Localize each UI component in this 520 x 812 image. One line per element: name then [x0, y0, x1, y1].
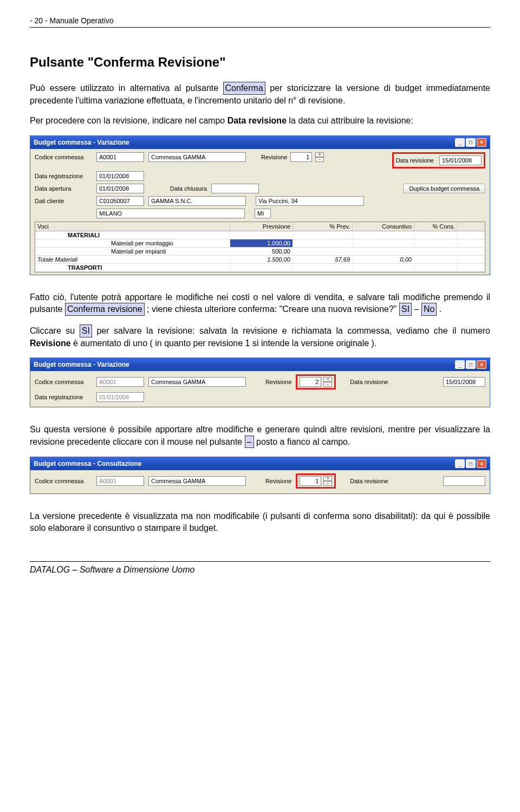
cell-prev: 1.500,00 [230, 256, 293, 263]
label-codice: Codice commessa [35, 478, 92, 484]
cell-voci-total: Totale Materiali [35, 256, 230, 263]
field-revisione[interactable]: 1 [300, 476, 321, 486]
window-title: Budget commessa - Variazione [34, 361, 129, 368]
spin-down-icon[interactable]: - [323, 382, 332, 387]
table-row[interactable]: TRASPORTI [35, 264, 485, 272]
screenshot-2-window: Budget commessa - Variazione _ □ × Codic… [30, 358, 490, 407]
table-row[interactable]: MATERIALI [35, 231, 485, 239]
si-highlight: SI [399, 303, 412, 316]
cell-prev: 500,00 [230, 248, 293, 255]
minimize-icon[interactable]: _ [455, 360, 465, 369]
cell-voci: TRASPORTI [35, 264, 230, 271]
data-revisione-bold: Data revisione [227, 116, 287, 125]
cell-prev-selected[interactable]: 1.000,00 [230, 239, 293, 247]
label-revisione: Revisione [265, 478, 291, 484]
text: Cliccare su [30, 326, 80, 335]
spin-buttons[interactable]: + - [323, 476, 332, 486]
field-cliprov[interactable]: MI [255, 209, 271, 218]
text: la data cui attribuire la revisione: [287, 116, 413, 125]
field-cliname[interactable]: GAMMA S.N.C. [148, 196, 246, 206]
spin-buttons[interactable]: + - [323, 377, 332, 387]
page-footer: DATALOG – Software a Dimensione Uomo [30, 565, 490, 575]
label-codice: Codice commessa [35, 379, 92, 385]
field-commessa-name[interactable]: Commessa GAMMA [148, 152, 246, 162]
close-icon[interactable]: × [477, 138, 486, 147]
budget-grid: Voci Previsione % Prev. Consuntivo % Con… [35, 222, 485, 272]
spin-down-icon[interactable]: - [315, 157, 324, 162]
label-datarev: Data revisione [396, 157, 434, 164]
text: – [412, 304, 421, 314]
si-highlight-2: SI [80, 324, 92, 337]
maximize-icon[interactable]: □ [466, 459, 476, 468]
window-controls: _ □ × [455, 459, 486, 468]
titlebar: Budget commessa - Variazione _ □ × [30, 358, 490, 371]
highlight-data-revisione: Data revisione 15/01/2008 [392, 152, 485, 168]
field-codice[interactable]: A0001 [96, 476, 144, 486]
cell-voci: MATERIALI [35, 231, 230, 239]
paragraph-1: Può essere utilizzato in alternativa al … [30, 82, 490, 106]
field-codice[interactable]: A0001 [96, 377, 144, 387]
screenshot-1-window: Budget commessa - Variazione _ □ × Codic… [30, 135, 490, 275]
paragraph-6: La versione precedente è visualizzata ma… [30, 510, 490, 534]
text: è aumentato di uno ( in quanto per revis… [71, 339, 377, 348]
table-row[interactable]: Materiali per impianti 500,00 [35, 248, 485, 256]
maximize-icon[interactable]: □ [466, 360, 476, 369]
highlight-revisione-3: 1 + - [296, 473, 336, 489]
label-daticliente: Dati cliente [35, 198, 92, 204]
label-datarev: Data revisione [350, 478, 388, 484]
text: per salvare la revisione: salvata la rev… [92, 326, 490, 335]
spin-down-icon[interactable]: - [323, 481, 332, 486]
table-row[interactable]: Totale Materiali 1.500,00 57,69 0,00 [35, 256, 485, 264]
close-icon[interactable]: × [477, 459, 486, 468]
text: Può essere utilizzato in alternativa al … [30, 83, 223, 93]
field-codice[interactable]: A0001 [96, 152, 144, 162]
field-revisione[interactable]: 1 [290, 152, 312, 162]
duplica-button[interactable]: Duplica budget commessa [403, 184, 485, 193]
field-clicode[interactable]: C01050007 [96, 196, 144, 206]
field-commessa-name[interactable]: Commessa GAMMA [148, 476, 246, 486]
field-datarev[interactable]: 15/01/2008 [439, 155, 482, 165]
field-datach[interactable] [211, 184, 259, 193]
label-dataap: Data apertura [35, 185, 92, 192]
window-title: Budget commessa - Variazione [34, 139, 129, 146]
paragraph-3: Fatto ciò, l'utente potrà apportare le m… [30, 291, 490, 316]
text: . [437, 304, 441, 314]
page-header: - 20 - Manuale Operativo [30, 16, 490, 25]
label-datareg: Data registrazione [35, 173, 92, 179]
revisione-bold: Revisione [30, 339, 71, 348]
field-cliaddr[interactable]: Via Puccini, 34 [256, 196, 364, 206]
col-voci: Voci [35, 222, 230, 231]
window-controls: _ □ × [455, 360, 486, 369]
paragraph-2: Per procedere con la revisione, indicare… [30, 115, 490, 127]
maximize-icon[interactable]: □ [466, 138, 476, 147]
field-datarev[interactable] [443, 476, 485, 486]
minimize-icon[interactable]: _ [455, 459, 465, 468]
highlight-revisione-2: 2 + - [296, 374, 336, 389]
label-datareg: Data registrazione [35, 394, 92, 400]
minus-highlight: – [245, 436, 254, 449]
field-dataap[interactable]: 01/01/2008 [96, 184, 144, 193]
label-revisione: Revisione [265, 379, 291, 385]
col-previsione: Previsione [230, 222, 293, 231]
field-clicity[interactable]: MILANO [96, 209, 245, 218]
cell-cons: 0,00 [353, 256, 414, 263]
paragraph-5: Su questa versione è possibile apportare… [30, 424, 490, 448]
table-row[interactable]: Materiali per montaggio 1.000,00 [35, 239, 485, 248]
field-datareg[interactable]: 01/01/2008 [96, 171, 144, 181]
hr-bottom [30, 561, 490, 562]
cell-voci: Materiali per montaggio [35, 239, 230, 247]
field-commessa-name[interactable]: Commessa GAMMA [148, 377, 246, 387]
spin-buttons[interactable]: + - [315, 152, 324, 162]
field-revisione[interactable]: 2 [300, 377, 321, 387]
col-perccons: % Cons. [414, 222, 458, 231]
titlebar: Budget commessa - Consultazione _ □ × [30, 457, 490, 470]
label-datach: Data chiusura [170, 185, 207, 192]
no-highlight: No [421, 303, 437, 316]
label-datarev: Data revisione [350, 379, 388, 385]
field-datarev[interactable]: 15/01/2008 [443, 377, 485, 387]
close-icon[interactable]: × [477, 360, 486, 369]
cell-voci: Materiali per impianti [35, 248, 230, 255]
minimize-icon[interactable]: _ [455, 138, 465, 147]
text: posto a fianco al campo. [254, 437, 350, 446]
field-datareg[interactable]: 01/01/2008 [96, 392, 144, 402]
